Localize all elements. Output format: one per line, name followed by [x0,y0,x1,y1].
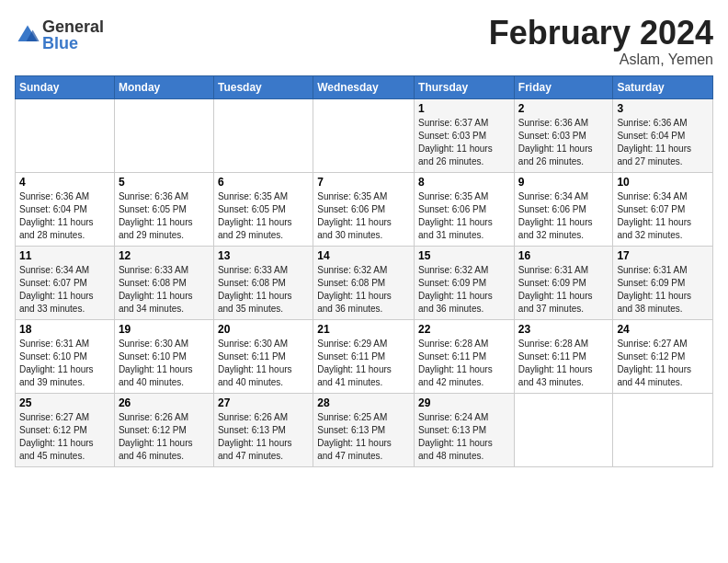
day-cell: 2Sunrise: 6:36 AM Sunset: 6:03 PM Daylig… [514,98,613,172]
day-info: Sunrise: 6:24 AM Sunset: 6:13 PM Dayligh… [418,411,510,463]
header-thursday: Thursday [415,75,515,98]
day-info: Sunrise: 6:36 AM Sunset: 6:03 PM Dayligh… [518,117,609,168]
day-info: Sunrise: 6:34 AM Sunset: 6:07 PM Dayligh… [19,264,110,316]
day-number: 9 [518,176,609,189]
day-cell [213,98,313,172]
day-number: 29 [418,396,510,409]
day-cell: 28Sunrise: 6:25 AM Sunset: 6:13 PM Dayli… [313,393,415,466]
day-number: 6 [218,176,309,189]
day-cell: 12Sunrise: 6:33 AM Sunset: 6:08 PM Dayli… [114,246,213,319]
day-info: Sunrise: 6:31 AM Sunset: 6:09 PM Dayligh… [617,264,709,316]
day-cell: 9Sunrise: 6:34 AM Sunset: 6:06 PM Daylig… [514,172,613,246]
day-cell: 20Sunrise: 6:30 AM Sunset: 6:11 PM Dayli… [213,319,313,393]
day-cell: 27Sunrise: 6:26 AM Sunset: 6:13 PM Dayli… [213,393,313,466]
logo-general: General [42,18,104,35]
day-info: Sunrise: 6:31 AM Sunset: 6:10 PM Dayligh… [19,338,110,389]
header-friday: Friday [514,75,613,98]
day-number: 28 [317,396,410,409]
day-info: Sunrise: 6:28 AM Sunset: 6:11 PM Dayligh… [418,338,510,389]
day-number: 27 [218,396,309,409]
day-number: 24 [617,323,709,336]
day-number: 18 [19,323,110,336]
day-number: 21 [317,323,410,336]
day-info: Sunrise: 6:30 AM Sunset: 6:11 PM Dayligh… [218,338,309,389]
day-cell: 6Sunrise: 6:35 AM Sunset: 6:05 PM Daylig… [213,172,313,246]
day-info: Sunrise: 6:34 AM Sunset: 6:06 PM Dayligh… [518,190,609,242]
day-number: 3 [617,102,709,115]
day-info: Sunrise: 6:36 AM Sunset: 6:05 PM Dayligh… [119,190,210,242]
day-cell: 24Sunrise: 6:27 AM Sunset: 6:12 PM Dayli… [613,319,713,393]
day-info: Sunrise: 6:26 AM Sunset: 6:13 PM Dayligh… [218,411,309,463]
day-number: 20 [218,323,309,336]
day-number: 22 [418,323,510,336]
day-info: Sunrise: 6:27 AM Sunset: 6:12 PM Dayligh… [617,338,709,389]
day-info: Sunrise: 6:35 AM Sunset: 6:06 PM Dayligh… [418,190,510,242]
location: Aslam, Yemen [489,52,713,68]
week-row-1: 4Sunrise: 6:36 AM Sunset: 6:04 PM Daylig… [16,172,713,246]
day-info: Sunrise: 6:32 AM Sunset: 6:09 PM Dayligh… [418,264,510,316]
day-cell: 4Sunrise: 6:36 AM Sunset: 6:04 PM Daylig… [16,172,115,246]
title-section: February 2024 Aslam, Yemen [489,15,713,68]
header-row: SundayMondayTuesdayWednesdayThursdayFrid… [16,75,713,98]
day-number: 5 [119,176,210,189]
day-info: Sunrise: 6:35 AM Sunset: 6:05 PM Dayligh… [218,190,309,242]
day-cell: 5Sunrise: 6:36 AM Sunset: 6:05 PM Daylig… [114,172,213,246]
day-info: Sunrise: 6:34 AM Sunset: 6:07 PM Dayligh… [617,190,709,242]
day-number: 8 [418,176,510,189]
day-number: 11 [19,249,110,262]
day-number: 19 [119,323,210,336]
day-cell: 10Sunrise: 6:34 AM Sunset: 6:07 PM Dayli… [613,172,713,246]
calendar-table: SundayMondayTuesdayWednesdayThursdayFrid… [15,75,713,467]
day-cell: 29Sunrise: 6:24 AM Sunset: 6:13 PM Dayli… [415,393,515,466]
day-number: 12 [119,249,210,262]
day-info: Sunrise: 6:33 AM Sunset: 6:08 PM Dayligh… [218,264,309,316]
day-cell: 22Sunrise: 6:28 AM Sunset: 6:11 PM Dayli… [415,319,515,393]
day-info: Sunrise: 6:37 AM Sunset: 6:03 PM Dayligh… [418,117,510,168]
day-cell: 26Sunrise: 6:26 AM Sunset: 6:12 PM Dayli… [114,393,213,466]
day-info: Sunrise: 6:28 AM Sunset: 6:11 PM Dayligh… [518,338,609,389]
day-number: 15 [418,249,510,262]
day-number: 7 [317,176,410,189]
day-cell: 16Sunrise: 6:31 AM Sunset: 6:09 PM Dayli… [514,246,613,319]
day-cell [313,98,415,172]
logo: General Blue [15,18,104,52]
day-info: Sunrise: 6:27 AM Sunset: 6:12 PM Dayligh… [19,411,110,463]
day-info: Sunrise: 6:29 AM Sunset: 6:11 PM Dayligh… [317,338,410,389]
day-number: 17 [617,249,709,262]
day-number: 10 [617,176,709,189]
day-cell: 11Sunrise: 6:34 AM Sunset: 6:07 PM Dayli… [16,246,115,319]
day-info: Sunrise: 6:32 AM Sunset: 6:08 PM Dayligh… [317,264,410,316]
header-sunday: Sunday [16,75,115,98]
day-cell [16,98,115,172]
logo-blue: Blue [42,35,104,52]
header-saturday: Saturday [613,75,713,98]
page-header: General Blue February 2024 Aslam, Yemen [15,15,713,68]
header-wednesday: Wednesday [313,75,415,98]
day-cell: 8Sunrise: 6:35 AM Sunset: 6:06 PM Daylig… [415,172,515,246]
logo-text: General Blue [42,18,104,52]
day-cell: 18Sunrise: 6:31 AM Sunset: 6:10 PM Dayli… [16,319,115,393]
header-monday: Monday [114,75,213,98]
day-info: Sunrise: 6:35 AM Sunset: 6:06 PM Dayligh… [317,190,410,242]
day-cell: 7Sunrise: 6:35 AM Sunset: 6:06 PM Daylig… [313,172,415,246]
day-cell: 19Sunrise: 6:30 AM Sunset: 6:10 PM Dayli… [114,319,213,393]
day-info: Sunrise: 6:26 AM Sunset: 6:12 PM Dayligh… [119,411,210,463]
week-row-4: 25Sunrise: 6:27 AM Sunset: 6:12 PM Dayli… [16,393,713,466]
day-number: 2 [518,102,609,115]
day-cell: 1Sunrise: 6:37 AM Sunset: 6:03 PM Daylig… [415,98,515,172]
day-cell [114,98,213,172]
day-cell: 25Sunrise: 6:27 AM Sunset: 6:12 PM Dayli… [16,393,115,466]
day-number: 14 [317,249,410,262]
week-row-3: 18Sunrise: 6:31 AM Sunset: 6:10 PM Dayli… [16,319,713,393]
day-cell: 13Sunrise: 6:33 AM Sunset: 6:08 PM Dayli… [213,246,313,319]
day-number: 16 [518,249,609,262]
day-cell: 21Sunrise: 6:29 AM Sunset: 6:11 PM Dayli… [313,319,415,393]
day-cell: 17Sunrise: 6:31 AM Sunset: 6:09 PM Dayli… [613,246,713,319]
day-number: 1 [418,102,510,115]
day-info: Sunrise: 6:36 AM Sunset: 6:04 PM Dayligh… [19,190,110,242]
day-number: 13 [218,249,309,262]
header-tuesday: Tuesday [213,75,313,98]
day-cell [613,393,713,466]
day-number: 26 [119,396,210,409]
month-year: February 2024 [489,15,713,52]
